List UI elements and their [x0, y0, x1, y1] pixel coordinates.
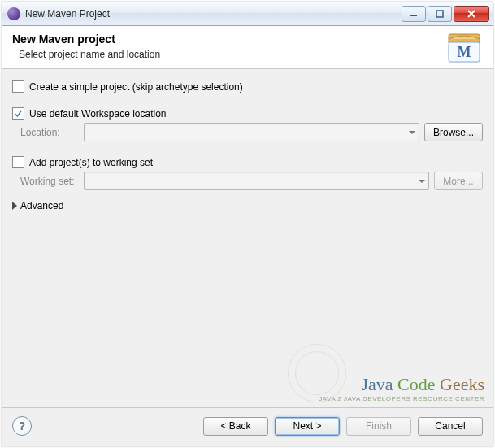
location-label: Location:	[20, 127, 79, 138]
browse-button[interactable]: Browse...	[424, 123, 483, 141]
chevron-down-icon	[409, 131, 415, 134]
titlebar[interactable]: New Maven Project	[2, 2, 493, 26]
location-row: Location: Browse...	[12, 123, 483, 141]
page-subtitle: Select project name and location	[19, 49, 483, 60]
window-title: New Maven Project	[25, 8, 402, 20]
advanced-label: Advanced	[20, 200, 63, 211]
chevron-down-icon	[419, 180, 425, 183]
dialog-window: New Maven Project New Maven project Sele…	[2, 2, 493, 446]
watermark-sub: JAVA 2 JAVA DEVELOPERS RESOURCE CENTER	[319, 395, 484, 402]
page-title: New Maven project	[12, 33, 483, 46]
watermark-code: Code	[397, 374, 435, 394]
working-set-combo	[84, 172, 429, 190]
working-set-label: Working set:	[20, 176, 79, 187]
location-combo	[84, 123, 419, 141]
wizard-content: Create a simple project (skip archetype …	[2, 69, 493, 407]
help-icon[interactable]: ?	[12, 416, 32, 436]
watermark-java: Java	[361, 374, 393, 394]
svg-text:M: M	[458, 44, 471, 60]
working-set-checkbox[interactable]	[12, 156, 24, 168]
advanced-toggle[interactable]: Advanced	[12, 200, 483, 211]
default-workspace-row: Use default Workspace location	[12, 107, 483, 120]
cancel-button[interactable]: Cancel	[418, 417, 483, 436]
working-set-select-row: Working set: More...	[12, 172, 483, 190]
watermark: Java Code Geeks JAVA 2 JAVA DEVELOPERS R…	[319, 374, 484, 402]
maven-icon: M	[445, 31, 483, 65]
window-controls	[402, 6, 489, 22]
maximize-button[interactable]	[428, 6, 452, 22]
watermark-geeks: Geeks	[440, 374, 484, 394]
more-button: More...	[434, 172, 483, 190]
wizard-footer: ? < Back Next > Finish Cancel	[2, 407, 493, 446]
wizard-banner: New Maven project Select project name an…	[2, 26, 493, 69]
simple-project-row: Create a simple project (skip archetype …	[12, 80, 483, 93]
svg-rect-1	[436, 11, 443, 17]
default-workspace-label[interactable]: Use default Workspace location	[29, 108, 167, 120]
disclosure-triangle-icon	[12, 202, 17, 210]
default-workspace-checkbox[interactable]	[12, 107, 24, 120]
simple-project-checkbox[interactable]	[12, 80, 24, 93]
minimize-button[interactable]	[402, 6, 426, 22]
finish-button: Finish	[346, 417, 411, 436]
close-button[interactable]	[454, 6, 489, 22]
working-set-row: Add project(s) to working set	[12, 156, 483, 168]
working-set-checkbox-label[interactable]: Add project(s) to working set	[29, 157, 153, 168]
back-button[interactable]: < Back	[203, 417, 268, 436]
eclipse-icon	[7, 7, 20, 20]
simple-project-label[interactable]: Create a simple project (skip archetype …	[29, 81, 243, 93]
next-button[interactable]: Next >	[275, 417, 340, 436]
